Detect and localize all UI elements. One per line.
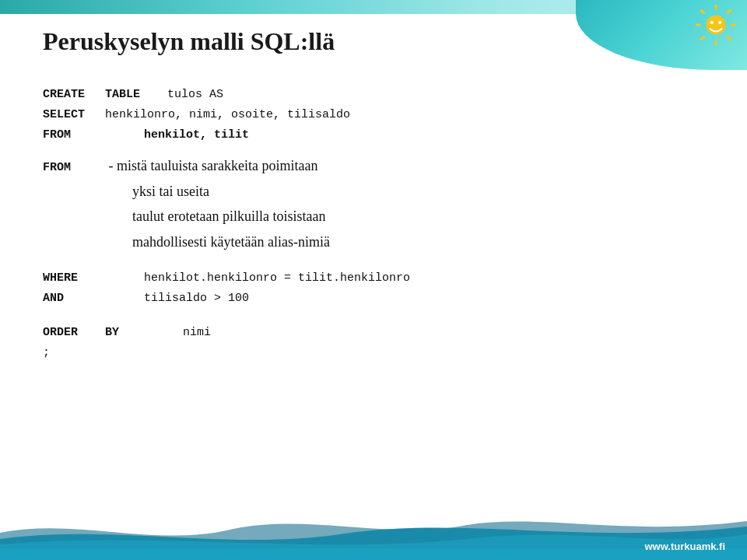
from-explain-block: FROM - mistä tauluista sarakkeita poimit… [43,154,704,254]
keyword-order: ORDER [43,324,105,342]
sql-line-from1: FROM henkilot, tilit [43,126,704,145]
sql-and-rest: tilisaldo > 100 [105,289,249,308]
sql-line-where: WHERE henkilot.henkilonro = tilit.henkil… [43,269,704,288]
sql-line-semicolon: ; [43,344,704,362]
sun-icon [696,5,736,45]
sql-select-rest: henkilonro, nimi, osoite, tilisaldo [105,106,350,124]
sql-from1-rest: henkilot, tilit [105,126,249,145]
keyword-from2: FROM [43,158,105,178]
sql-where-rest: henkilot.henkilonro = tilit.henkilonro [105,269,410,288]
keyword-from1: FROM [43,126,105,145]
keyword-where: WHERE [43,269,105,288]
sql-order-rest: nimi [167,324,211,342]
sql-where-block: WHERE henkilot.henkilonro = tilit.henkil… [43,269,704,308]
svg-line-5 [701,10,703,12]
sql-block: CREATE TABLE tulos AS SELECT henkilonro,… [43,86,704,145]
svg-line-6 [728,10,731,12]
sql-semicolon: ; [43,344,50,362]
keyword-select: SELECT [43,106,105,124]
bottom-wave-svg [0,509,747,560]
keyword-create: CREATE [43,86,105,104]
sql-order-block: ORDER BY nimi ; [43,324,704,362]
svg-line-7 [701,37,703,40]
svg-rect-11 [0,548,747,560]
sql-create-rest: tulos AS [167,86,223,104]
explain-line-from2: FROM - mistä tauluista sarakkeita poimit… [43,154,704,178]
keyword-by: BY [105,324,167,342]
explain-line-mahdollisesti: mahdollisesti käytetään alias-nimiä [43,230,704,254]
sql-line-create: CREATE TABLE tulos AS [43,86,704,104]
sql-line-select: SELECT henkilonro, nimi, osoite, tilisal… [43,106,704,124]
svg-line-8 [728,37,731,40]
bottom-wave-container: www.turkuamk.fi [0,509,747,560]
explain-from2-rest: - mistä tauluista sarakkeita poimitaan [109,158,318,173]
top-decoration [576,0,747,93]
svg-point-9 [710,21,714,24]
keyword-and: AND [43,289,105,308]
bottom-logo: www.turkuamk.fi [644,541,725,552]
sql-line-and: AND tilisaldo > 100 [43,289,704,308]
main-content: CREATE TABLE tulos AS SELECT henkilonro,… [43,86,704,506]
explain-line-yksi: yksi tai useita [43,180,704,204]
sql-line-order: ORDER BY nimi [43,324,704,342]
svg-point-10 [718,21,721,24]
page-title: Peruskyselyn malli SQL:llä [43,27,335,56]
keyword-table: TABLE [105,86,167,104]
explain-line-taulut: taulut erotetaan pilkuilla toisistaan [43,205,704,229]
